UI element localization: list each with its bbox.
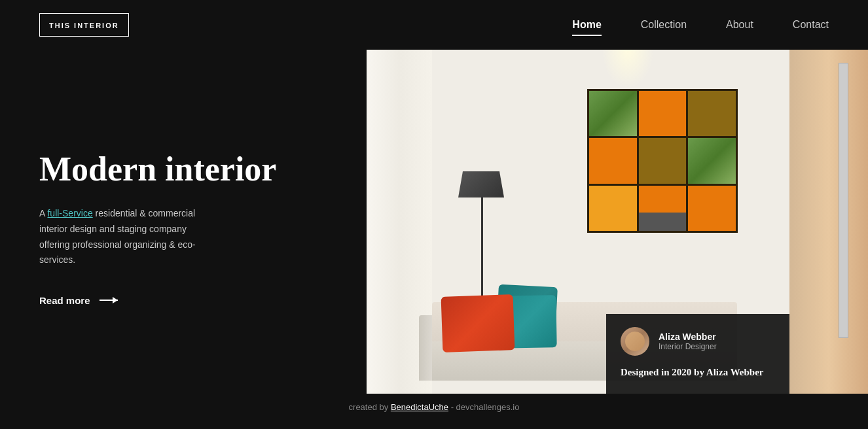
art-cell-1 <box>589 91 637 136</box>
nav-item-contact[interactable]: Contact <box>793 19 829 31</box>
avatar-face <box>625 332 645 351</box>
footer: created by BenedictaUche - devchallenges… <box>0 394 868 420</box>
hero-title: Modern interior <box>39 150 327 188</box>
art-cell-9 <box>688 186 736 231</box>
designer-name: Aliza Webber <box>659 332 717 342</box>
main-nav: Home Collection About Contact <box>572 19 829 31</box>
art-cell-3 <box>688 91 736 136</box>
left-panel: Modern interior A full-Service residenti… <box>0 50 367 394</box>
right-window <box>789 50 868 394</box>
nav-item-collection[interactable]: Collection <box>641 19 687 31</box>
nav-item-home[interactable]: Home <box>572 19 601 31</box>
arrow-head <box>113 297 118 303</box>
lamp-head <box>458 171 504 197</box>
designer-quote: Designed in 2020 by Aliza Webber <box>621 365 775 380</box>
nav-item-about[interactable]: About <box>726 19 753 31</box>
highlight-text: full-Service <box>47 208 92 218</box>
room-background: Aliza Webber Interior Designer Designed … <box>367 50 868 394</box>
ceiling-light <box>602 50 654 89</box>
logo-text: THIS INTERIOR <box>49 22 119 29</box>
logo[interactable]: THIS INTERIOR <box>39 13 129 37</box>
read-more-label: Read more <box>39 295 90 306</box>
read-more-button[interactable]: Read more <box>39 294 327 306</box>
pillow-orange <box>441 294 515 352</box>
window-frame <box>839 63 848 338</box>
footer-suffix: - devchallenges.io <box>448 402 519 412</box>
hero-image: Aliza Webber Interior Designer Designed … <box>367 50 868 394</box>
art-cell-4 <box>589 138 637 183</box>
art-cell-5 <box>639 138 687 183</box>
designer-info: Aliza Webber Interior Designer <box>659 332 717 351</box>
avatar <box>621 327 649 356</box>
arrow-icon <box>99 294 123 306</box>
footer-text: created by BenedictaUche - devchallenges… <box>349 402 520 412</box>
designer-role: Interior Designer <box>659 342 717 351</box>
wall-art <box>587 89 738 233</box>
header: THIS INTERIOR Home Collection About Cont… <box>0 0 868 50</box>
art-cell-6 <box>688 138 736 183</box>
hero-description: A full-Service residential & commercial … <box>39 206 209 268</box>
art-cell-7 <box>589 186 637 231</box>
art-cell-8 <box>639 186 687 231</box>
main-content: Modern interior A full-Service residenti… <box>0 50 868 394</box>
right-panel: Aliza Webber Interior Designer Designed … <box>367 50 868 394</box>
art-cell-2 <box>639 91 687 136</box>
designer-header: Aliza Webber Interior Designer <box>621 327 775 356</box>
footer-prefix: created by <box>349 402 391 412</box>
arrow-line <box>99 300 118 301</box>
designer-card: Aliza Webber Interior Designer Designed … <box>606 314 789 394</box>
footer-author-link[interactable]: BenedictaUche <box>391 402 448 412</box>
